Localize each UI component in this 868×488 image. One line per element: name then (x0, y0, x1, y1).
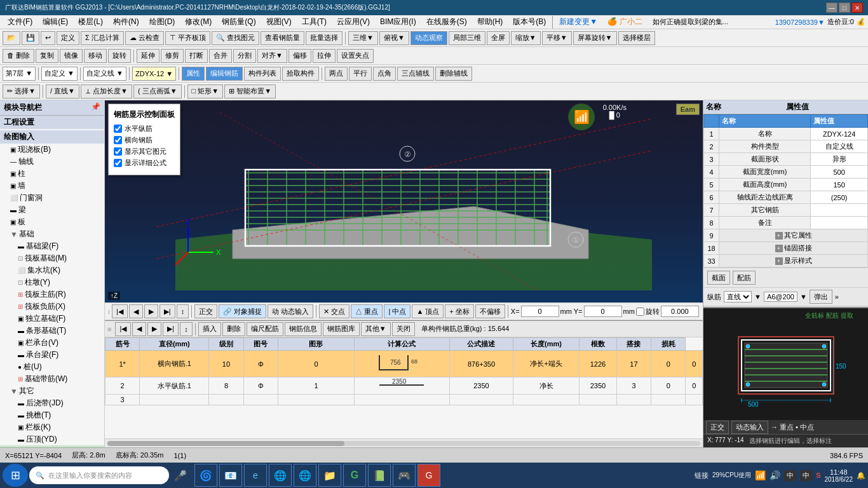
sidebar-item-parapet[interactable]: ▣栏板(K) (0, 421, 104, 433)
layer-type-select[interactable]: 自定义 ▼ (41, 67, 78, 81)
btn-component-list[interactable]: 构件列表 (244, 67, 281, 81)
btn-match-rebar[interactable]: 配筋 (733, 271, 756, 285)
sidebar-item-wall[interactable]: ▣墙 (0, 180, 104, 192)
btn-view-rebar[interactable]: 查看钢筋量 (261, 31, 304, 45)
btn-rect[interactable]: □ 矩形▼ (187, 85, 224, 98)
long-rebar-dropdown[interactable]: ▼ (800, 293, 807, 301)
prop-row[interactable]: 8 备注 (704, 217, 868, 229)
taskbar-app-1[interactable]: 🌀 (194, 464, 217, 487)
taskbar-app-3[interactable]: e (244, 464, 267, 487)
menu-cloud[interactable]: 云应用(V) (332, 15, 375, 29)
btn-midpoint[interactable]: △ 重点 (351, 304, 383, 318)
btn-insert-row[interactable]: 插入 (198, 322, 221, 336)
taskbar-ime1[interactable]: 中 (784, 470, 796, 481)
btn-no-offset[interactable]: 不偏移 (475, 304, 505, 318)
prop-val-note[interactable] (811, 217, 868, 229)
btn-select[interactable]: ✏ 选择▼ (3, 85, 40, 98)
taskbar-antivirus[interactable]: S (816, 471, 820, 479)
btn-cloud-check[interactable]: ☁ 云检查 (125, 31, 164, 45)
sidebar-item-coping[interactable]: ▬压顶(YD) (0, 433, 104, 445)
prop-row[interactable]: 4 截面宽度(mm) 500 (704, 166, 868, 179)
btn-nav-last[interactable]: ▶| (163, 322, 179, 336)
btn-edit-rebar[interactable]: 编辑钢筋 (206, 67, 243, 81)
sidebar-item-column[interactable]: ▣柱 (0, 168, 104, 180)
prop-row[interactable]: 5 截面高度(mm) 150 (704, 179, 868, 191)
btn-snap-insert[interactable]: ↕ (177, 304, 189, 318)
sidebar-item-foundation-beam[interactable]: ▬基础梁(F) (0, 240, 104, 252)
prop-val-other-rebar[interactable] (811, 204, 868, 217)
rotate-check[interactable] (636, 308, 644, 316)
btn-section[interactable]: 截面 (707, 271, 730, 285)
menu-view[interactable]: 视图(V) (261, 15, 297, 29)
sidebar-item-draw-input[interactable]: 绘图输入 (0, 130, 104, 144)
table-row[interactable]: 3 (105, 395, 703, 405)
btn-snap-nav-first[interactable]: |◀ (112, 304, 128, 318)
btn-smart-layout[interactable]: ⊞ 智能布置▼ (224, 85, 276, 98)
sidebar-item-custom[interactable]: ▼自定义 (0, 445, 104, 447)
scrollbar-track[interactable] (107, 441, 700, 446)
sidebar-item-strip-foundation[interactable]: ▬条形基础(T) (0, 325, 104, 337)
taskbar-app-8[interactable]: 🎮 (393, 464, 416, 487)
btn-align[interactable]: 对齐▼ (257, 49, 287, 63)
btn-nav-first[interactable]: |◀ (115, 322, 131, 336)
btn-three-point-aux[interactable]: 三点辅线 (397, 67, 434, 81)
btn-dynamic-view[interactable]: 动态观察 (410, 31, 447, 45)
btn-delete-row[interactable]: 删除 (222, 322, 245, 336)
btn-orthogonal[interactable]: 正交 (194, 304, 217, 318)
btn-rebar-library[interactable]: 钢筋图库 (323, 322, 360, 336)
sidebar-item-raft-foundation[interactable]: ⊡筏板基础(M) (0, 252, 104, 264)
menu-bim[interactable]: BIM应用(I) (375, 15, 421, 29)
x-input[interactable] (521, 306, 559, 317)
menu-edit[interactable]: 编辑(E) (37, 15, 73, 29)
prop-row[interactable]: 1 名称 ZDYX-124 (704, 128, 868, 140)
menu-version[interactable]: 版本号(B) (508, 15, 551, 29)
taskbar-app-4[interactable]: 🌐 (269, 464, 292, 487)
btn-trim[interactable]: 修剪 (161, 49, 184, 63)
btn-rotate[interactable]: 旋转 (108, 49, 131, 63)
sidebar-item-sump[interactable]: ⬜集水坑(K) (0, 264, 104, 276)
sidebar-item-raft-neg-rebar[interactable]: ⊞筏板负筋(X) (0, 301, 104, 313)
btn-3d[interactable]: 三维▼ (348, 31, 378, 45)
y-input[interactable] (584, 306, 622, 317)
taskbar-app-6[interactable]: 📁 (318, 464, 341, 487)
maximize-btn[interactable]: □ (839, 3, 850, 13)
prop-val-section[interactable]: 异形 (811, 153, 868, 166)
menu-online[interactable]: 在线服务(S) (421, 15, 472, 29)
btn-snap-to-obj[interactable]: 🔗 对象捕捉 (219, 304, 266, 318)
btn-arc[interactable]: ( 三点画弧▼ (133, 85, 182, 98)
sidebar-pin-btn[interactable]: 📌 (91, 102, 100, 113)
btn-batch-select[interactable]: 批量选择 (306, 31, 342, 45)
menu-component[interactable]: 构件(N) (108, 15, 144, 29)
taskbar-clock[interactable]: 11:48 2018/6/22 (825, 468, 853, 483)
sidebar-item-cast-slab[interactable]: ▣现浇板(B) (0, 144, 104, 156)
btn-dynamic-input[interactable]: 动 动态输入 (268, 304, 313, 318)
sidebar-item-canopy[interactable]: ▬挑檐(T) (0, 409, 104, 421)
btn-two-points[interactable]: 两点 (325, 67, 348, 81)
btn-edit-rebar-dim[interactable]: 编尺配筋 (247, 322, 283, 336)
btn-mirror[interactable]: 镜像 (60, 49, 83, 63)
prop-val-width[interactable]: 500 (811, 166, 868, 179)
btn-define[interactable]: 定义 (57, 31, 79, 45)
btn-snap-nav-prev[interactable]: ◀ (129, 304, 143, 318)
sidebar-item-isolated-foundation[interactable]: ▣独立基础(F) (0, 313, 104, 325)
taskbar-notification[interactable]: 🔔 (857, 471, 865, 480)
btn-offset[interactable]: 偏移 (288, 49, 311, 63)
btn-sum[interactable]: Σ 汇总计算 (81, 31, 124, 45)
prop-row[interactable]: 6 轴线距左边线距离 (250) (704, 191, 868, 204)
btn-top-view[interactable]: 俯视▼ (379, 31, 409, 45)
menu-modify[interactable]: 修改(M) (180, 15, 217, 29)
menu-rebar[interactable]: 钢筋量(Q) (217, 15, 261, 29)
sidebar-item-pile[interactable]: ●桩(U) (0, 361, 104, 373)
btn-find[interactable]: 🔍 查找图元 (212, 31, 259, 45)
sidebar-item-project-settings[interactable]: 工程设置 (0, 116, 104, 129)
sidebar-item-pile-cap-group[interactable]: ▣栏承台(V) (0, 337, 104, 349)
btn-close-panel[interactable]: 关闭 (392, 322, 415, 336)
taskbar-wifi-icon[interactable]: 📶 (755, 470, 766, 480)
btn-set-grip[interactable]: 设置夹点 (337, 49, 374, 63)
table-row[interactable]: 1* 横向钢筋.1 10 Φ 0 756 68 (105, 351, 703, 377)
taskbar-app-2[interactable]: 📧 (219, 464, 242, 487)
menu-hint[interactable]: 如何正确提取到梁的集... (648, 16, 733, 28)
prop-val-type[interactable]: 自定义线 (811, 140, 868, 153)
prop-row[interactable]: 7 其它钢筋 (704, 204, 868, 217)
check-other-elements[interactable] (114, 147, 122, 156)
